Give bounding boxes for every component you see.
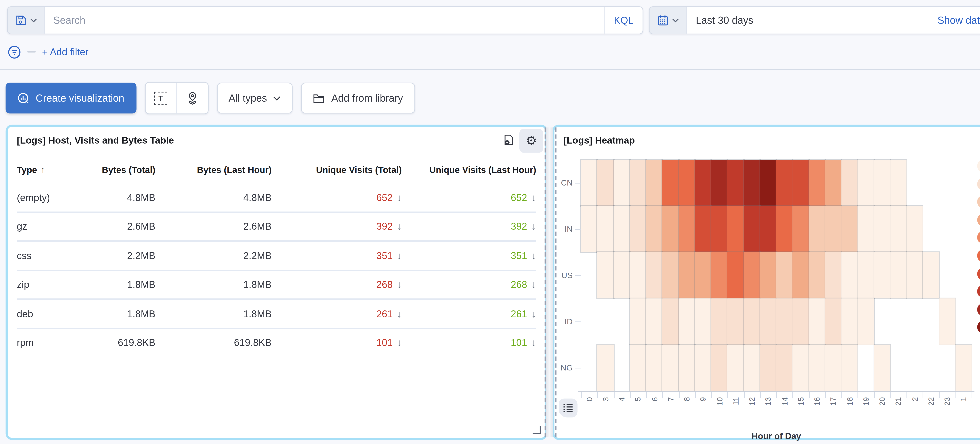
search-input[interactable] [45, 7, 604, 34]
heatmap-cell[interactable] [646, 298, 662, 345]
arrow-down-icon[interactable]: ↓ [531, 221, 536, 232]
legend-item[interactable]: 42 - 48 [977, 283, 980, 300]
column-header-bytes-total[interactable]: Bytes (Total) [78, 165, 156, 175]
all-types-dropdown[interactable]: All types [217, 83, 293, 113]
heatmap-cell[interactable] [825, 160, 842, 206]
heatmap-cell[interactable] [711, 252, 727, 299]
heatmap-cell[interactable] [662, 298, 679, 345]
heatmap-cell[interactable] [727, 298, 744, 345]
heatmap-cell[interactable] [711, 298, 727, 345]
heatmap-cell[interactable] [809, 298, 825, 345]
create-visualization-button[interactable]: Create visualization [6, 83, 136, 113]
arrow-down-icon[interactable]: ↓ [397, 337, 402, 348]
column-header-bytes-last-hour[interactable]: Bytes (Last Hour) [156, 165, 272, 175]
heatmap-cell[interactable] [760, 298, 776, 345]
heatmap-cell[interactable] [792, 298, 809, 345]
heatmap-cell[interactable] [760, 345, 776, 391]
heatmap-cell[interactable] [858, 160, 874, 206]
heatmap-cell[interactable] [776, 252, 792, 299]
panel-resize-handle[interactable] [533, 426, 541, 434]
legend-item[interactable]: 36 - 42 [977, 265, 980, 282]
legend-item[interactable]: 48 - 54 [977, 301, 980, 318]
heatmap-cell[interactable] [695, 206, 711, 252]
heatmap-cell[interactable] [792, 206, 809, 252]
arrow-down-icon[interactable]: ↓ [531, 337, 536, 348]
heatmap-cell[interactable] [679, 206, 695, 252]
legend-item[interactable]: 24 - 30 [977, 229, 980, 246]
heatmap-cell[interactable] [727, 206, 744, 252]
heatmap-cell[interactable] [630, 345, 646, 391]
heatmap-cell[interactable] [955, 345, 972, 391]
heatmap-cell[interactable] [760, 160, 776, 206]
heatmap-cell[interactable] [842, 206, 858, 252]
heatmap-cell[interactable] [890, 206, 907, 252]
heatmap-cell[interactable] [842, 345, 858, 391]
legend-item[interactable]: 30 - 36 [977, 247, 980, 264]
heatmap-cell[interactable] [630, 206, 646, 252]
panel-edge-dashed-right[interactable] [555, 128, 557, 437]
heatmap-cell[interactable] [597, 345, 614, 391]
show-dates-button[interactable]: Show dates [937, 7, 980, 34]
add-text-button[interactable]: T [145, 83, 177, 113]
filter-icon[interactable] [8, 45, 21, 58]
heatmap-cell[interactable] [809, 206, 825, 252]
heatmap-cell[interactable] [825, 206, 842, 252]
heatmap-cell[interactable] [662, 252, 679, 299]
add-from-library-button[interactable]: Add from library [301, 83, 415, 113]
heatmap-cell[interactable] [776, 298, 792, 345]
heatmap-cell[interactable] [679, 298, 695, 345]
heatmap-cell[interactable] [792, 252, 809, 299]
heatmap-cell[interactable] [695, 160, 711, 206]
heatmap-cell[interactable] [776, 160, 792, 206]
heatmap-cell[interactable] [646, 206, 662, 252]
panel-filters-button[interactable] [498, 129, 519, 150]
legend-item[interactable]: 54 - 60 [977, 319, 980, 336]
heatmap-cell[interactable] [695, 252, 711, 299]
heatmap-cell[interactable] [842, 160, 858, 206]
heatmap-cell[interactable] [760, 206, 776, 252]
heatmap-cell[interactable] [679, 345, 695, 391]
heatmap-cell[interactable] [776, 345, 792, 391]
column-header-unique-visits-last-hour[interactable]: Unique Visits (Last Hour) [402, 165, 536, 175]
heatmap-cell[interactable] [874, 206, 890, 252]
heatmap-cell[interactable] [711, 160, 727, 206]
heatmap-cell[interactable] [809, 345, 825, 391]
heatmap-cell[interactable] [744, 206, 760, 252]
heatmap-cell[interactable] [614, 252, 630, 299]
legend-toggle-button[interactable] [558, 399, 578, 417]
arrow-down-icon[interactable]: ↓ [531, 192, 536, 203]
heatmap-cell[interactable] [809, 160, 825, 206]
heatmap-cell[interactable] [744, 160, 760, 206]
heatmap-cell[interactable] [630, 160, 646, 206]
arrow-down-icon[interactable]: ↓ [531, 308, 536, 319]
heatmap-cell[interactable] [907, 206, 923, 252]
heatmap-cell[interactable] [858, 298, 874, 345]
heatmap-cell[interactable] [727, 345, 744, 391]
heatmap-cell[interactable] [874, 345, 890, 391]
legend-item[interactable]: 18 - 24 [977, 211, 980, 228]
heatmap-cell[interactable] [923, 252, 939, 299]
heatmap-cell[interactable] [646, 252, 662, 299]
heatmap-cell[interactable] [874, 160, 890, 206]
heatmap-cell[interactable] [760, 252, 776, 299]
heatmap-cell[interactable] [581, 206, 597, 252]
heatmap-cell[interactable] [662, 160, 679, 206]
heatmap-cell[interactable] [630, 252, 646, 299]
heatmap-cell[interactable] [695, 345, 711, 391]
heatmap-cell[interactable] [890, 160, 907, 206]
heatmap-cell[interactable] [809, 252, 825, 299]
arrow-down-icon[interactable]: ↓ [531, 279, 536, 290]
heatmap-cell[interactable] [825, 345, 842, 391]
heatmap-cell[interactable] [711, 206, 727, 252]
heatmap-cell[interactable] [874, 252, 890, 299]
add-filter-button[interactable]: + Add filter [42, 46, 89, 57]
heatmap-cell[interactable] [744, 298, 760, 345]
add-map-button[interactable] [177, 83, 208, 113]
heatmap-cell[interactable] [695, 298, 711, 345]
column-header-unique-visits-total[interactable]: Unique Visits (Total) [272, 165, 402, 175]
legend-item[interactable]: 0 - 6 [977, 158, 980, 174]
column-header-type[interactable]: Type↑ [17, 165, 78, 175]
heatmap-cell[interactable] [939, 298, 955, 345]
arrow-down-icon[interactable]: ↓ [531, 250, 536, 261]
heatmap-cell[interactable] [630, 298, 646, 345]
